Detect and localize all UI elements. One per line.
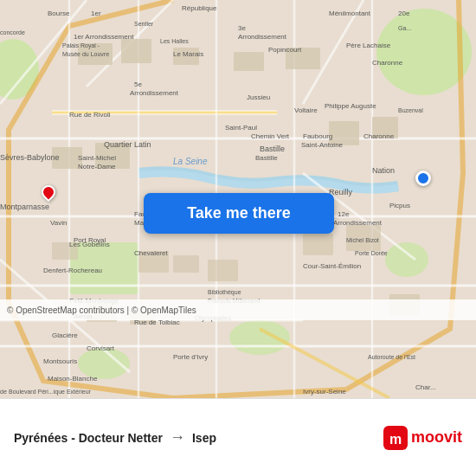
svg-text:Ga...: Ga... [398,25,411,31]
svg-text:Philippe Auguste: Philippe Auguste [325,102,376,110]
svg-text:3e: 3e [238,24,246,32]
svg-text:Arrondissement: Arrondissement [238,33,287,41]
svg-text:Picpus: Picpus [389,202,410,209]
svg-text:Voltaire: Voltaire [294,106,318,114]
map-container: 1er Bourse République Ménilmontant 20e c… [0,0,476,398]
moovit-logo: m moovit [383,426,462,450]
svg-text:Saint-Paul: Saint-Paul [225,124,257,132]
svg-text:Buzenval: Buzenval [398,107,423,113]
svg-text:20e: 20e [398,10,410,17]
svg-point-4 [229,320,290,355]
svg-rect-17 [121,39,151,63]
svg-text:Vavin: Vavin [50,219,67,227]
svg-text:Charonne: Charonne [372,59,403,67]
copyright-text: © OpenStreetMap contributors | © OpenMap… [7,306,196,315]
svg-text:Nation: Nation [372,166,395,175]
svg-text:Arrondissement: Arrondissement [130,89,179,97]
svg-text:Bibliothèque: Bibliothèque [208,289,241,296]
svg-text:Denfert-Rochereau: Denfert-Rochereau [43,267,102,274]
svg-text:Notre-Dame: Notre-Dame [78,163,116,170]
svg-rect-21 [234,52,264,71]
svg-rect-33 [208,260,238,281]
destination-label: Isep [192,431,216,445]
svg-text:Maison-Blanche: Maison-Blanche [48,375,98,383]
copyright-bar: © OpenStreetMap contributors | © OpenMap… [0,299,476,320]
svg-text:Palais Royal -: Palais Royal - [62,42,100,49]
svg-text:Bourse: Bourse [48,10,70,17]
svg-text:5e: 5e [134,80,142,88]
svg-text:Charonne: Charonne [363,132,395,140]
svg-text:Autoroute de l'Est: Autoroute de l'Est [368,354,415,360]
svg-text:Popincourt: Popincourt [268,46,302,54]
bottom-bar: Pyrénées - Docteur Netter → Isep m moovi… [0,398,476,476]
svg-text:12e: 12e [338,210,350,218]
svg-rect-28 [303,234,333,255]
svg-text:Rue de Rivoli: Rue de Rivoli [69,111,111,119]
origin-label: Pyrénées - Docteur Netter [14,431,163,445]
svg-text:Jussieu: Jussieu [247,93,270,101]
route-info: Pyrénées - Docteur Netter → Isep [14,428,383,447]
svg-text:de: de [0,389,7,395]
svg-text:Arrondissement: Arrondissement [333,219,383,227]
svg-text:Faubourg: Faubourg [303,132,332,140]
svg-text:Sèvres-Babylone: Sèvres-Babylone [0,153,60,162]
svg-text:Boulevard Péri...ique Extérieu: Boulevard Péri...ique Extérieur [9,389,92,396]
svg-text:Bastille: Bastille [255,154,278,162]
svg-text:Corvisart: Corvisart [87,344,115,352]
svg-text:Cour-Saint-Émilion: Cour-Saint-Émilion [303,262,361,270]
svg-text:La Seine: La Seine [173,157,208,166]
svg-text:1er Arrondissement: 1er Arrondissement [74,33,134,41]
moovit-logo-icon: m [383,426,408,450]
take-me-there-button[interactable]: Take me there [144,193,334,234]
svg-text:Chemin Vert: Chemin Vert [251,132,290,140]
svg-text:Les Halles: Les Halles [160,38,189,44]
svg-text:Ménilmontant: Ménilmontant [329,10,371,17]
svg-text:Char...: Char... [415,383,436,391]
svg-text:1er: 1er [91,10,101,17]
svg-text:Porte Dorée: Porte Dorée [355,250,388,256]
svg-text:Les Gobelins: Les Gobelins [69,241,110,248]
svg-text:Glacière: Glacière [52,331,78,339]
svg-text:Sentier: Sentier [134,21,154,27]
svg-text:République: République [182,4,217,12]
svg-rect-27 [173,255,199,273]
svg-text:Saint-Antoine: Saint-Antoine [301,141,344,149]
destination-pin [415,170,431,186]
svg-text:Musée du Louvre: Musée du Louvre [62,51,109,57]
svg-text:Montparnasse: Montparnasse [0,203,49,211]
svg-text:Bastille: Bastille [260,145,285,153]
svg-text:Saint-Michel: Saint-Michel [78,154,116,162]
svg-text:m: m [389,432,402,447]
svg-text:Montsouris: Montsouris [43,357,77,365]
svg-text:Michel Bizot: Michel Bizot [346,237,379,243]
svg-text:Chevaleret: Chevaleret [134,249,168,257]
svg-text:Quartier Latin: Quartier Latin [104,140,151,149]
svg-text:Porte d'Ivry: Porte d'Ivry [173,353,208,361]
svg-text:Le Marais: Le Marais [173,50,203,58]
svg-text:concorde: concorde [0,29,25,35]
moovit-brand-text: moovit [411,428,462,447]
svg-text:Ivry-sur-Seine: Ivry-sur-Seine [303,388,346,396]
svg-text:Père Lachaise: Père Lachaise [346,42,391,49]
svg-point-6 [385,242,428,277]
arrow-icon: → [170,428,185,447]
